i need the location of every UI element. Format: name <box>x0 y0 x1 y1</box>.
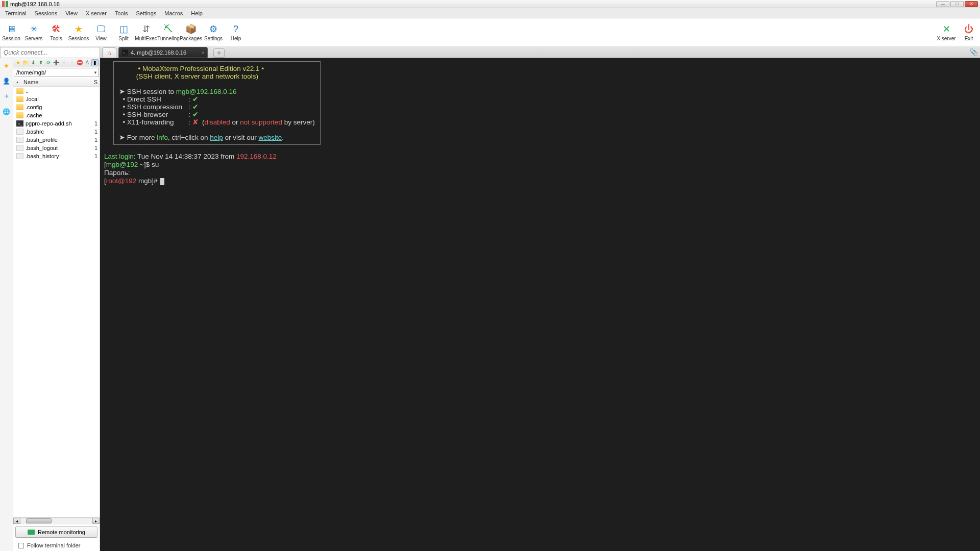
copy-icon[interactable]: ▫ <box>68 59 76 66</box>
folder-icon <box>16 112 23 118</box>
tab-title: mgb@192.168.0.16 <box>137 49 186 56</box>
file-size: 1 <box>94 137 97 143</box>
split-label: Split <box>118 36 128 41</box>
tab-number: 4. <box>131 49 135 56</box>
help-button[interactable]: ?Help <box>225 19 247 46</box>
menu-view[interactable]: View <box>61 9 82 17</box>
xserver-label: X server <box>937 36 955 41</box>
close-button[interactable]: ✕ <box>965 1 978 7</box>
toggle-icon[interactable]: ▮ <box>91 59 99 66</box>
packages-icon: 📦 <box>185 23 197 35</box>
menu-macros[interactable]: Macros <box>160 9 187 17</box>
sessions-icon: ★ <box>73 23 84 35</box>
file-row[interactable]: .cache <box>13 111 100 119</box>
file-row[interactable]: .bashrc1 <box>13 128 100 136</box>
tunneling-button[interactable]: ⛏Tunneling <box>157 19 180 46</box>
menu-tools[interactable]: Tools <box>111 9 132 17</box>
sessions-button[interactable]: ★Sessions <box>67 19 90 46</box>
follow-label: Follow terminal folder <box>27 542 81 548</box>
newfolder-icon[interactable]: ➕ <box>53 59 60 66</box>
file-name: .. <box>26 88 29 94</box>
file-list-header[interactable]: ▴ Name S <box>13 78 100 87</box>
view-label: View <box>95 36 107 41</box>
folder-icon[interactable]: 📁 <box>22 59 29 66</box>
servers-button[interactable]: ✳Servers <box>22 19 45 46</box>
terminal-icon: >_ <box>122 49 128 56</box>
refresh-icon[interactable]: ⟳ <box>45 59 52 66</box>
file-name: .cache <box>26 112 42 118</box>
follow-checkbox[interactable] <box>18 543 24 548</box>
sidebar-chip-0[interactable]: ★ <box>2 61 11 70</box>
folder-icon <box>16 104 23 110</box>
file-list[interactable]: ...local.config.cache>_pgpro-repo-add.sh… <box>13 87 100 517</box>
session-tab[interactable]: >_ 4. mgb@192.168.0.16 × <box>118 47 208 58</box>
file-icon <box>16 153 23 159</box>
split-button[interactable]: ◫Split <box>112 19 135 46</box>
toolbar: 🖥Session✳Servers🛠Tools★Sessions🖵View◫Spl… <box>0 18 980 47</box>
sidebar-chip-2[interactable]: ✈ <box>2 92 11 101</box>
file-icon <box>16 145 23 151</box>
settings-label: Settings <box>204 36 223 41</box>
file-name: .bash_history <box>26 153 59 159</box>
file-row[interactable]: .local <box>13 95 100 103</box>
star-icon[interactable]: ★ <box>14 59 21 66</box>
col-size: S <box>94 79 97 85</box>
new-tab-button[interactable]: ✧ <box>213 48 225 58</box>
paperclip-icon[interactable]: 📎 <box>969 48 978 56</box>
follow-terminal-row[interactable]: Follow terminal folder <box>13 540 100 551</box>
session-button[interactable]: 🖥Session <box>0 19 22 46</box>
quick-connect-input[interactable] <box>0 47 100 58</box>
file-row[interactable]: .bash_logout1 <box>13 144 100 152</box>
settings-button[interactable]: ⚙Settings <box>202 19 225 46</box>
tab-close-icon[interactable]: × <box>202 49 205 56</box>
banner-box: • MobaXterm Professional Edition v22.1 •… <box>113 61 321 145</box>
tools-button[interactable]: 🛠Tools <box>45 19 67 46</box>
horiz-scrollbar[interactable]: ◂▸ <box>13 517 100 524</box>
download-icon[interactable]: ⬇ <box>30 59 37 66</box>
menu-terminal[interactable]: Terminal <box>1 9 31 17</box>
servers-icon: ✳ <box>28 23 39 35</box>
file-name: pgpro-repo-add.sh <box>26 120 72 127</box>
paste-icon[interactable]: ▫ <box>60 59 67 66</box>
servers-label: Servers <box>25 36 42 41</box>
packages-button[interactable]: 📦Packages <box>180 19 202 46</box>
view-button[interactable]: 🖵View <box>90 19 112 46</box>
exit-button[interactable]: ⏻Exit <box>958 19 980 46</box>
path-input[interactable]: /home/mgb/ ▼ <box>14 68 99 77</box>
sidebar-chip-3[interactable]: 🌐 <box>2 107 11 116</box>
chevron-down-icon[interactable]: ▼ <box>93 70 97 75</box>
session-icon: 🖥 <box>6 23 17 35</box>
window-title: mgb@192.168.0.16 <box>10 1 60 7</box>
terminal[interactable]: • MobaXterm Professional Edition v22.1 •… <box>100 58 980 551</box>
home-tab[interactable]: ⌂ <box>102 47 116 58</box>
file-row[interactable]: .config <box>13 103 100 111</box>
file-row[interactable]: .bash_history1 <box>13 152 100 160</box>
mini-sidebar: ★👤✈🌐 <box>0 58 13 551</box>
sftp-panel: ★ 📁 ⬇ ⬆ ⟳ ➕ ▫ ▫ ⛔ A ▮ /home/mgb/ ▼ ▴ Nam… <box>13 58 100 551</box>
xserver-button[interactable]: ✕X server <box>935 19 958 46</box>
multiexec-icon: ⇵ <box>140 23 152 35</box>
folder-icon <box>16 88 23 94</box>
col-name: Name <box>23 79 38 85</box>
menu-settings[interactable]: Settings <box>132 9 161 17</box>
file-row[interactable]: .. <box>13 87 100 95</box>
multiexec-button[interactable]: ⇵MultiExec <box>135 19 157 46</box>
props-icon[interactable]: A <box>84 59 91 66</box>
maximize-button[interactable]: □ <box>950 1 964 7</box>
file-name: .local <box>26 96 39 102</box>
remote-monitoring-button[interactable]: Remote monitoring <box>15 527 97 538</box>
tunneling-icon: ⛏ <box>163 23 174 35</box>
file-row[interactable]: .bash_profile1 <box>13 136 100 144</box>
upload-icon[interactable]: ⬆ <box>37 59 44 66</box>
menu-sessions[interactable]: Sessions <box>31 9 62 17</box>
delete-icon[interactable]: ⛔ <box>76 59 83 66</box>
file-size: 1 <box>94 129 97 135</box>
file-icon <box>16 129 23 135</box>
sidebar-chip-1[interactable]: 👤 <box>2 77 11 86</box>
tab-bar: ⌂ >_ 4. mgb@192.168.0.16 × ✧ 📎 <box>0 47 980 58</box>
xserver-icon: ✕ <box>941 23 952 35</box>
menu-x-server[interactable]: X server <box>82 9 111 17</box>
minimize-button[interactable]: — <box>936 1 949 7</box>
menu-help[interactable]: Help <box>187 9 207 17</box>
file-row[interactable]: >_pgpro-repo-add.sh1 <box>13 119 100 128</box>
